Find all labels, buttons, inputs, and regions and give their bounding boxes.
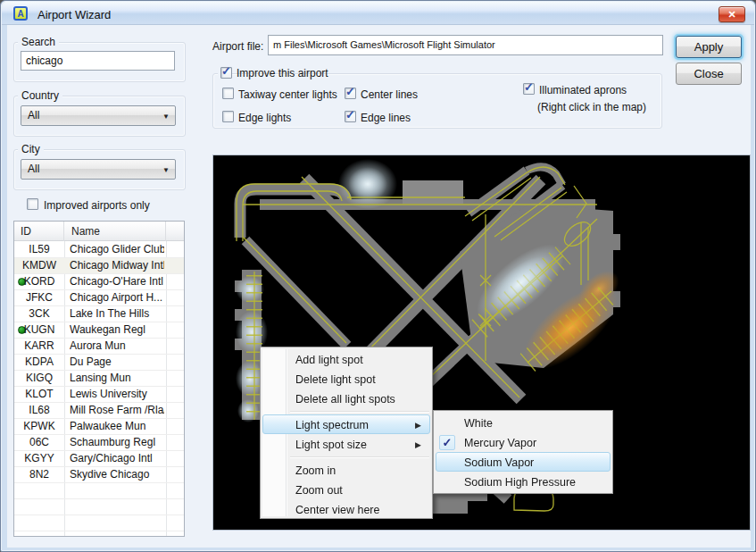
table-row[interactable]: KMDWChicago Midway Intl bbox=[14, 258, 184, 274]
light-spectrum-submenu: White ✓ Mercury Vapor Sodium Vapor Sodiu… bbox=[433, 410, 613, 494]
country-dropdown[interactable]: All ▼ bbox=[21, 105, 176, 126]
table-row[interactable]: IL59Chicago Glider Club bbox=[14, 242, 184, 258]
improve-airport-label[interactable]: Improve this airport bbox=[237, 67, 328, 79]
check-icon: ✓ bbox=[221, 64, 231, 78]
table-row[interactable]: KARRAurora Mun bbox=[14, 339, 184, 355]
table-row-empty bbox=[14, 531, 184, 537]
menu-item-add-light-spot[interactable]: Add light spot bbox=[262, 349, 430, 369]
table-row[interactable]: KLOTLewis University bbox=[14, 387, 184, 403]
menu-item-zoom-in[interactable]: Zoom in bbox=[262, 460, 430, 480]
improved-airports-only-label[interactable]: Improved airports only bbox=[44, 199, 150, 212]
check-icon: ✓ bbox=[345, 85, 355, 98]
menu-item-delete-all-light-spots[interactable]: Delete all light spots bbox=[262, 389, 430, 408]
illuminated-aprons-checkbox[interactable]: ✓ bbox=[523, 83, 535, 95]
menu-separator bbox=[290, 411, 429, 412]
city-selected-value: All bbox=[28, 163, 39, 175]
illuminated-aprons-hint: (Right click in the map) bbox=[537, 101, 646, 113]
menu-item-light-spectrum[interactable]: Light spectrum ▶ bbox=[262, 414, 430, 434]
window-close-button[interactable]: ✕ bbox=[719, 6, 745, 22]
table-row[interactable]: KUGNWaukegan Regl bbox=[14, 322, 184, 339]
country-selected-value: All bbox=[28, 109, 39, 121]
check-icon: ✓ bbox=[524, 80, 534, 94]
airport-file-label: Airport file: bbox=[212, 40, 263, 53]
table-row[interactable]: KDPADu Page bbox=[14, 355, 184, 371]
table-row[interactable]: KPWKPalwaukee Mun bbox=[14, 419, 184, 435]
airport-file-field[interactable]: m Files\Microsoft Games\Microsoft Flight… bbox=[268, 35, 663, 55]
submenu-arrow-icon: ▶ bbox=[415, 415, 421, 435]
check-icon: ✓ bbox=[345, 108, 355, 121]
table-row-empty bbox=[14, 483, 184, 499]
center-lines-label[interactable]: Center lines bbox=[361, 88, 418, 101]
apply-button[interactable]: Apply bbox=[676, 36, 742, 58]
submenu-item-sodium-vapor[interactable]: Sodium Vapor bbox=[436, 452, 611, 472]
submenu-item-sodium-high-pressure[interactable]: Sodium High Pressure bbox=[436, 472, 611, 491]
table-row[interactable]: KIGQLansing Mun bbox=[14, 371, 184, 387]
table-row[interactable]: 8N2Skydive Chicago bbox=[14, 467, 184, 483]
titlebar[interactable]: A Airport Wizard ✕ bbox=[2, 2, 754, 25]
taxiway-center-lights-label[interactable]: Taxiway center lights bbox=[238, 88, 337, 101]
search-group-label: Search bbox=[18, 36, 59, 48]
edge-lines-label[interactable]: Edge lines bbox=[361, 112, 411, 124]
airport-table: ID Name IL59Chicago Glider Club KMDWChic… bbox=[13, 221, 185, 537]
edge-lights-label[interactable]: Edge lights bbox=[238, 112, 291, 124]
chevron-down-icon: ▼ bbox=[162, 107, 170, 126]
close-button[interactable]: Close bbox=[676, 63, 742, 85]
window-title: Airport Wizard bbox=[37, 8, 111, 21]
table-row[interactable]: KGYYGary/Chicago Intl bbox=[14, 451, 184, 467]
menu-item-center-view-here[interactable]: Center view here bbox=[262, 499, 430, 519]
city-dropdown[interactable]: All ▼ bbox=[21, 159, 176, 180]
country-group-label: Country bbox=[18, 89, 62, 102]
improve-airport-checkbox[interactable]: ✓ bbox=[220, 67, 232, 79]
table-row[interactable]: JFKCChicago Airport H... bbox=[14, 290, 184, 306]
submenu-item-white[interactable]: White bbox=[436, 413, 611, 432]
taxiway-center-lights-checkbox[interactable] bbox=[222, 88, 234, 99]
check-icon: ✓ bbox=[439, 435, 455, 450]
edge-lines-checkbox[interactable]: ✓ bbox=[345, 111, 356, 122]
menu-separator bbox=[290, 456, 429, 457]
table-row[interactable]: IL68Mill Rose Farm /Rla/ bbox=[14, 403, 184, 419]
airport-table-body: IL59Chicago Glider Club KMDWChicago Midw… bbox=[14, 242, 184, 536]
improve-airport-label-bg: ✓ Improve this airport bbox=[218, 66, 224, 79]
submenu-arrow-icon: ▶ bbox=[415, 435, 421, 455]
table-row[interactable]: KORDChicago-O'Hare Intl bbox=[14, 274, 184, 290]
app-icon: A bbox=[13, 6, 28, 21]
map-context-menu: Add light spot Delete light spot Delete … bbox=[260, 347, 433, 519]
edge-lights-checkbox[interactable] bbox=[222, 111, 234, 122]
table-row[interactable]: 3CKLake In The Hills bbox=[14, 306, 184, 322]
chevron-down-icon: ▼ bbox=[162, 161, 170, 180]
submenu-item-mercury-vapor[interactable]: ✓ Mercury Vapor bbox=[436, 432, 611, 452]
table-row-empty bbox=[14, 515, 184, 531]
column-header-id[interactable]: ID bbox=[14, 222, 64, 241]
center-lines-checkbox[interactable]: ✓ bbox=[345, 88, 356, 99]
airport-wizard-window: A Airport Wizard ✕ Search Country All ▼ … bbox=[0, 0, 756, 552]
search-input[interactable] bbox=[21, 51, 175, 71]
improved-airports-only-checkbox[interactable] bbox=[27, 198, 38, 210]
table-row[interactable]: 06CSchaumburg Regl bbox=[14, 435, 184, 451]
table-row-empty bbox=[14, 499, 184, 515]
menu-item-light-spot-size[interactable]: Light spot size ▶ bbox=[262, 434, 430, 454]
airport-table-header: ID Name bbox=[14, 222, 184, 241]
menu-item-zoom-out[interactable]: Zoom out bbox=[262, 480, 430, 499]
city-group-label: City bbox=[18, 143, 44, 155]
menu-item-delete-light-spot[interactable]: Delete light spot bbox=[262, 369, 430, 389]
illuminated-aprons-label[interactable]: Illuminated aprons bbox=[539, 84, 627, 96]
column-header-name[interactable]: Name bbox=[65, 222, 166, 241]
light-spot bbox=[236, 276, 264, 303]
